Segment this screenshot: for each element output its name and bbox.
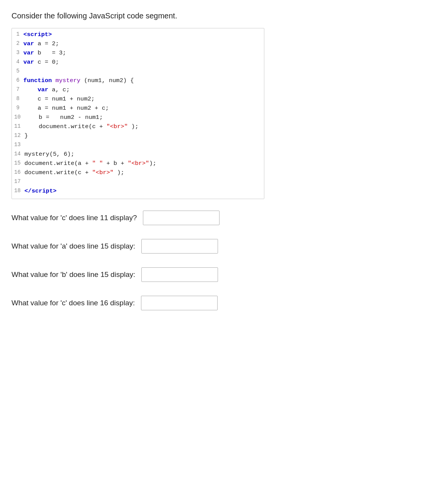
code-line-16: 16 document.write(c + "<br>" );: [12, 169, 264, 178]
line-num-18: 18: [12, 188, 25, 194]
question-row-2: What value for 'a' does line 15 display:: [11, 239, 425, 254]
line-code-6: function mystery (num1, num2) {: [23, 77, 264, 84]
code-line-12: 12 }: [12, 132, 264, 141]
line-code-14: mystery(5, 6);: [25, 151, 264, 158]
line-num-1: 1: [12, 31, 23, 37]
code-line-18: 18 </script>: [12, 187, 264, 196]
answer-input-4[interactable]: [141, 296, 218, 310]
code-line-17: 17: [12, 178, 264, 187]
line-num-9: 9: [12, 105, 23, 111]
question-label-3: What value for 'b' does line 15 display:: [11, 270, 135, 279]
line-num-13: 13: [12, 142, 25, 148]
code-line-6: 6 function mystery (num1, num2) {: [12, 77, 264, 86]
line-code-7: var a, c;: [23, 86, 264, 93]
code-line-15: 15 document.write(a + " " + b + "<br>");: [12, 160, 264, 169]
line-code-4: var c = 0;: [23, 59, 264, 66]
line-code-3: var b = 3;: [23, 49, 264, 56]
page-title: Consider the following JavaScript code s…: [11, 12, 425, 20]
question-row-4: What value for 'c' does line 16 display:: [11, 296, 425, 310]
code-line-14: 14 mystery(5, 6);: [12, 150, 264, 160]
code-line-3: 3 var b = 3;: [12, 49, 264, 58]
line-num-3: 3: [12, 49, 23, 56]
line-num-4: 4: [12, 59, 23, 65]
code-line-4: 4 var c = 0;: [12, 58, 264, 68]
line-num-17: 17: [12, 178, 25, 184]
line-code-10: b = num2 - num1;: [25, 114, 264, 121]
code-line-13: 13: [12, 141, 264, 150]
answer-input-1[interactable]: [143, 211, 220, 225]
answer-input-3[interactable]: [141, 267, 218, 282]
question-row-1: What value for 'c' does line 11 display?: [11, 211, 425, 225]
line-num-11: 11: [12, 123, 25, 129]
line-code-12: }: [25, 132, 264, 139]
line-num-14: 14: [12, 151, 25, 157]
code-line-5: 5: [12, 68, 264, 77]
code-line-1: 1 <script>: [12, 31, 264, 40]
answer-input-2[interactable]: [141, 239, 218, 254]
question-label-4: What value for 'c' does line 16 display:: [11, 299, 135, 307]
line-num-2: 2: [12, 40, 23, 46]
question-label-2: What value for 'a' does line 15 display:: [11, 242, 135, 250]
line-num-5: 5: [12, 68, 23, 74]
line-num-16: 16: [12, 169, 25, 175]
question-label-1: What value for 'c' does line 11 display?: [11, 214, 137, 222]
line-num-10: 10: [12, 114, 25, 120]
question-row-3: What value for 'b' does line 15 display:: [11, 267, 425, 282]
code-line-2: 2 var a = 2;: [12, 40, 264, 49]
line-code-8: c = num1 + num2;: [23, 96, 264, 102]
line-code-16: document.write(c + "<br>" );: [25, 169, 264, 176]
line-num-12: 12: [12, 132, 25, 138]
line-code-15: document.write(a + " " + b + "<br>");: [25, 160, 264, 167]
code-line-7: 7 var a, c;: [12, 86, 264, 95]
code-line-11: 11 document.write(c + "<br>" );: [12, 123, 264, 132]
line-num-8: 8: [12, 96, 23, 102]
line-code-11: document.write(c + "<br>" );: [25, 123, 264, 130]
code-line-9: 9 a = num1 + num2 + c;: [12, 104, 264, 114]
line-num-15: 15: [12, 160, 25, 166]
line-code-1: <script>: [23, 31, 264, 38]
line-num-6: 6: [12, 77, 23, 83]
line-code-2: var a = 2;: [23, 40, 264, 47]
line-code-18: </script>: [25, 188, 264, 194]
line-num-7: 7: [12, 86, 23, 92]
line-code-9: a = num1 + num2 + c;: [23, 105, 264, 112]
code-block: 1 <script> 2 var a = 2; 3 var b = 3; 4 v…: [11, 28, 264, 199]
questions-section: What value for 'c' does line 11 display?…: [11, 211, 425, 310]
code-line-8: 8 c = num1 + num2;: [12, 95, 264, 104]
code-line-10: 10 b = num2 - num1;: [12, 114, 264, 123]
